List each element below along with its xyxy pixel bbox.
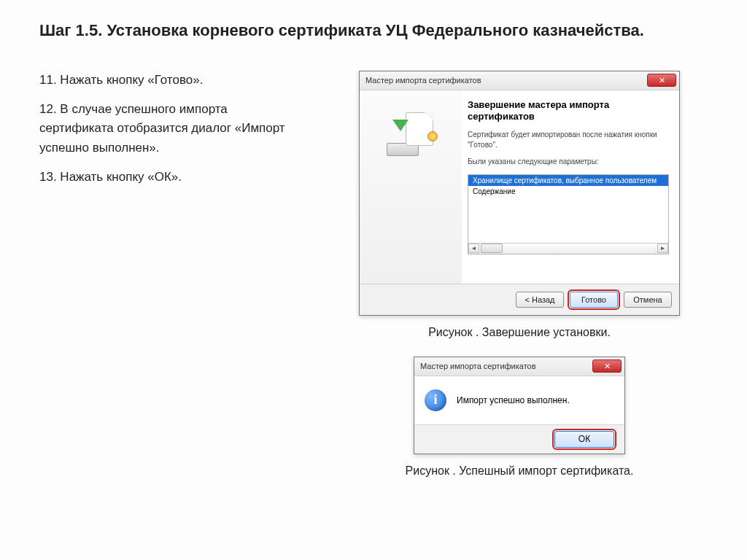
close-icon: ✕ — [659, 77, 665, 85]
scroll-thumb[interactable] — [481, 244, 503, 253]
scroll-track[interactable] — [479, 244, 657, 253]
scroll-right-icon[interactable]: ► — [657, 244, 668, 253]
figure-caption-2: Рисунок . Успешный импорт сертификата. — [406, 464, 634, 478]
step-12: 12. В случае успешного импорта сертифика… — [39, 100, 302, 158]
wizard-window: Мастер импорта сертификатов ✕ — [359, 71, 680, 316]
back-button[interactable]: < Назад — [516, 292, 564, 308]
close-button[interactable]: ✕ — [647, 74, 676, 87]
figure-caption-1: Рисунок . Завершение установки. — [428, 326, 611, 339]
page-title: Шаг 1.5. Установка корневого сертификата… — [39, 20, 708, 42]
wizard-title-text: Мастер импорта сертификатов — [365, 76, 481, 85]
wizard-heading: Завершение мастера импорта сертификатов — [468, 99, 669, 123]
info-icon: i — [425, 389, 446, 411]
msgbox-titlebar[interactable]: Мастер импорта сертификатов ✕ — [414, 357, 624, 376]
wizard-desc: Сертификат будет импортирован после нажа… — [468, 130, 669, 149]
step-11: 11. Нажать кнопку «Готово». — [39, 71, 302, 90]
scroll-left-icon[interactable]: ◄ — [468, 244, 479, 253]
ok-button[interactable]: ОК — [554, 431, 614, 448]
msgbox-close-button[interactable]: ✕ — [592, 359, 622, 373]
step-13: 13. Нажать кнопку «ОК». — [39, 168, 302, 187]
wizard-sidebar — [360, 90, 462, 284]
finish-button[interactable]: Готово — [570, 292, 618, 308]
instruction-list: 11. Нажать кнопку «Готово». 12. В случае… — [39, 71, 302, 198]
msgbox-title-text: Мастер импорта сертификатов — [420, 362, 536, 370]
msgbox-message: Импорт успешно выполнен. — [457, 395, 570, 405]
param-row-selected[interactable]: Хранилище сертификатов, выбранное пользо… — [468, 175, 668, 186]
wizard-params-list[interactable]: Хранилище сертификатов, выбранное пользо… — [468, 174, 669, 254]
horizontal-scrollbar[interactable]: ◄ ► — [468, 243, 668, 254]
msgbox-window: Мастер импорта сертификатов ✕ i Импорт у… — [414, 357, 625, 454]
wizard-params-label: Были указаны следующие параметры: — [468, 157, 669, 167]
certificate-import-icon — [385, 112, 436, 156]
cancel-button[interactable]: Отмена — [624, 292, 672, 308]
wizard-titlebar[interactable]: Мастер импорта сертификатов ✕ — [360, 71, 679, 90]
wizard-footer: < Назад Готово Отмена — [360, 284, 679, 315]
param-row-content[interactable]: Содержание — [468, 186, 668, 197]
close-icon: ✕ — [604, 362, 611, 370]
